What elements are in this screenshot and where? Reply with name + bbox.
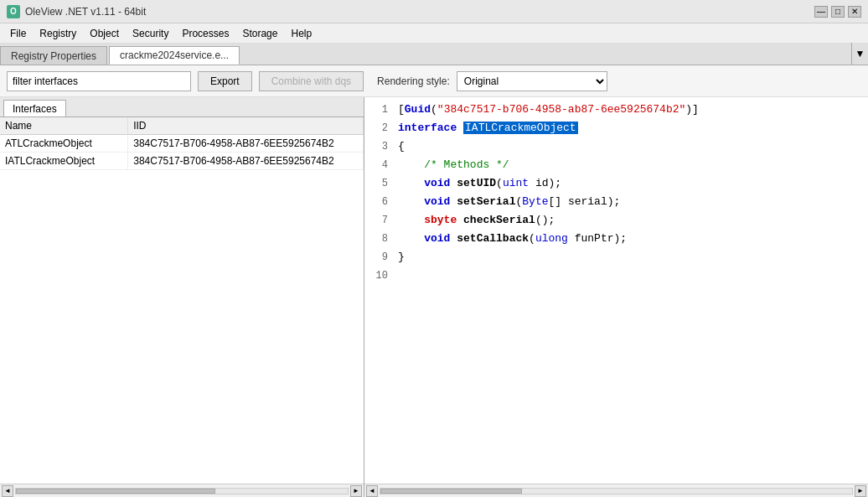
close-button[interactable]: ✕ <box>848 6 861 18</box>
title-bar: O OleView .NET v1.11 - 64bit — □ ✕ <box>0 0 868 23</box>
cell-iid: 384C7517-B706-4958-AB87-6EE5925674B2 <box>128 153 364 170</box>
menu-file[interactable]: File <box>3 26 33 41</box>
sub-tab-interfaces[interactable]: Interfaces <box>3 100 66 116</box>
right-panel: 1 [Guid("384c7517-b706-4958-ab87-6ee5925… <box>364 97 868 497</box>
line-content-4: /* Methods */ <box>398 156 868 174</box>
code-line-4: 4 /* Methods */ <box>364 156 868 174</box>
line-content-7: sbyte checkSerial(); <box>398 211 868 230</box>
code-line-3: 3 { <box>364 137 868 156</box>
rendering-style-select[interactable]: Original <box>457 71 607 91</box>
rendering-label: Rendering style: <box>377 75 450 87</box>
right-scroll-track[interactable] <box>380 488 853 494</box>
filter-input[interactable] <box>7 71 191 91</box>
menu-storage[interactable]: Storage <box>235 26 284 41</box>
line-content-8: void setCallback(ulong funPtr); <box>398 230 868 248</box>
line-content-6: void setSerial(Byte[] serial); <box>398 193 868 211</box>
export-button[interactable]: Export <box>198 71 252 91</box>
line-num-2: 2 <box>364 119 398 137</box>
line-num-10: 10 <box>364 267 398 285</box>
title-text: OleView .NET v1.11 - 64bit <box>25 6 146 18</box>
code-area: 1 [Guid("384c7517-b706-4958-ab87-6ee5925… <box>364 97 868 484</box>
sub-tabs: Interfaces <box>0 97 364 117</box>
minimize-button[interactable]: — <box>814 6 828 18</box>
line-num-8: 8 <box>364 230 398 248</box>
tab-registry-properties[interactable]: Registry Properties <box>0 46 107 65</box>
filter-bar: Export Combine with dqs Rendering style:… <box>0 65 868 97</box>
menu-registry[interactable]: Registry <box>33 26 83 41</box>
interfaces-list: Name IID ATLCrackmeObject384C7517-B706-4… <box>0 117 364 170</box>
col-iid: IID <box>128 117 364 135</box>
line-num-5: 5 <box>364 174 398 193</box>
interfaces-table: Name IID ATLCrackmeObject384C7517-B706-4… <box>0 117 364 484</box>
title-controls[interactable]: — □ ✕ <box>814 6 861 18</box>
menu-bar: File Registry Object Security Processes … <box>0 23 868 44</box>
right-scroll-thumb[interactable] <box>380 489 522 494</box>
table-header-row: Name IID <box>0 117 364 135</box>
table-body: ATLCrackmeObject384C7517-B706-4958-AB87-… <box>0 135 364 170</box>
title-bar-left: O OleView .NET v1.11 - 64bit <box>7 5 146 18</box>
line-content-9: } <box>398 248 868 267</box>
code-line-7: 7 sbyte checkSerial(); <box>364 211 868 230</box>
line-content-1: [Guid("384c7517-b706-4958-ab87-6ee592567… <box>398 101 868 119</box>
left-scrollbar[interactable]: ◄ ► <box>0 484 364 497</box>
line-num-1: 1 <box>364 101 398 119</box>
line-num-4: 4 <box>364 156 398 174</box>
menu-object[interactable]: Object <box>83 26 126 41</box>
code-line-2: 2 interface IATLCrackmeObject <box>364 119 868 137</box>
code-line-1: 1 [Guid("384c7517-b706-4958-ab87-6ee5925… <box>364 101 868 119</box>
tab-crackme[interactable]: crackme2024service.e... <box>109 46 240 65</box>
table-row[interactable]: ATLCrackmeObject384C7517-B706-4958-AB87-… <box>0 135 364 153</box>
combine-button[interactable]: Combine with dqs <box>259 71 364 91</box>
code-line-6: 6 void setSerial(Byte[] serial); <box>364 193 868 211</box>
line-num-9: 9 <box>364 248 398 267</box>
cell-iid: 384C7517-B706-4958-AB87-6EE5925674B2 <box>128 135 364 153</box>
line-num-7: 7 <box>364 211 398 230</box>
code-line-10: 10 <box>364 267 868 285</box>
line-content-3: { <box>398 137 868 156</box>
code-line-8: 8 void setCallback(ulong funPtr); <box>364 230 868 248</box>
app-icon: O <box>7 5 20 18</box>
cell-name: IATLCrackmeObject <box>0 153 128 170</box>
scroll-track[interactable] <box>15 488 349 494</box>
right-scroll-left-arrow[interactable]: ◄ <box>366 485 378 497</box>
code-line-5: 5 void setUID(uint id); <box>364 174 868 193</box>
main-content: Interfaces Name IID ATLCrackmeObject384C… <box>0 97 868 497</box>
table-row[interactable]: IATLCrackmeObject384C7517-B706-4958-AB87… <box>0 153 364 170</box>
tab-dropdown-button[interactable]: ▼ <box>851 43 868 65</box>
scroll-right-arrow[interactable]: ► <box>350 485 362 497</box>
right-scrollbar[interactable]: ◄ ► <box>364 484 868 497</box>
line-content-5: void setUID(uint id); <box>398 174 868 193</box>
scroll-left-arrow[interactable]: ◄ <box>2 485 13 497</box>
cell-name: ATLCrackmeObject <box>0 135 128 153</box>
line-num-3: 3 <box>364 137 398 156</box>
menu-security[interactable]: Security <box>126 26 175 41</box>
tab-bar: Registry Properties crackme2024service.e… <box>0 44 868 65</box>
scroll-thumb[interactable] <box>16 489 215 494</box>
code-line-9: 9 } <box>364 248 868 267</box>
right-scroll-right-arrow[interactable]: ► <box>855 485 866 497</box>
maximize-button[interactable]: □ <box>831 6 845 18</box>
line-num-6: 6 <box>364 193 398 211</box>
left-panel: Interfaces Name IID ATLCrackmeObject384C… <box>0 97 364 497</box>
line-content-2: interface IATLCrackmeObject <box>398 119 868 137</box>
col-name: Name <box>0 117 128 135</box>
menu-processes[interactable]: Processes <box>175 26 235 41</box>
menu-help[interactable]: Help <box>284 26 318 41</box>
